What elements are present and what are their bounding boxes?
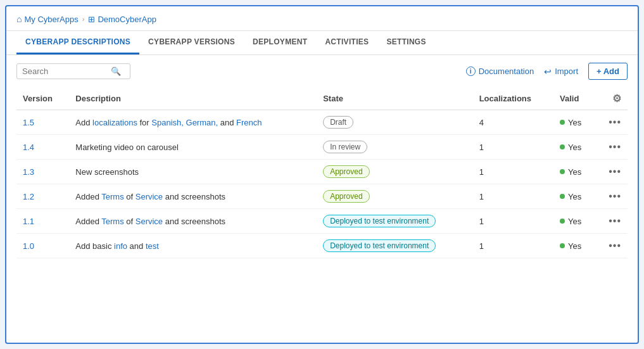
tab-bar: CYBERAPP DESCRIPTIONS CYBERAPP VERSIONS … [6,31,638,55]
import-icon: ↩ [544,67,552,77]
valid-text: Yes [568,192,581,201]
version-link[interactable]: 1.2 [23,192,34,201]
description-text: Marketing video on carousel [75,143,179,152]
version-link[interactable]: 1.5 [23,118,34,127]
cell-more[interactable]: ••• [596,234,628,258]
tab-versions[interactable]: CYBERAPP VERSIONS [139,31,244,54]
cell-version[interactable]: 1.4 [16,135,69,160]
col-localizations: Localizations [473,87,553,110]
state-badge: Deployed to test environment [323,215,436,227]
version-link[interactable]: 1.1 [23,217,34,226]
valid-indicator [560,243,565,248]
more-actions-icon[interactable]: ••• [609,240,621,251]
valid-indicator [560,219,565,224]
cell-state: Draft [317,110,472,135]
description-text: New screenshots [75,167,139,177]
table-row: 1.2 Added Terms of Service and screensho… [16,184,628,209]
search-input[interactable] [22,67,111,76]
cell-version[interactable]: 1.2 [16,184,69,209]
valid-indicator [560,120,565,125]
tab-settings[interactable]: SETTINGS [377,31,434,54]
gear-icon[interactable]: ⚙ [612,93,621,104]
breadcrumb-separator: › [82,15,85,23]
valid-text: Yes [568,167,581,177]
home-icon: ⌂ [16,14,22,24]
breadcrumb-current[interactable]: ⊞ DemoCyberApp [88,15,156,24]
more-actions-icon[interactable]: ••• [609,141,621,152]
cell-valid: Yes [553,209,596,234]
description-text: Add localizations for Spanish, German, a… [75,118,262,127]
description-text: Add basic info and test [75,241,159,251]
toolbar-actions: i Documentation ↩ Import + Add [466,63,628,80]
valid-text: Yes [568,241,581,251]
cell-more[interactable]: ••• [596,110,628,135]
version-link[interactable]: 1.3 [23,167,34,177]
table-header-row: Version Description State Localizations … [16,87,628,110]
cell-localizations: 1 [473,135,553,160]
cell-description: New screenshots [69,160,317,184]
col-state: State [317,87,472,110]
cell-more[interactable]: ••• [596,184,628,209]
version-link[interactable]: 1.4 [23,143,34,152]
add-button[interactable]: + Add [588,63,628,80]
cell-state: In review [317,135,472,160]
import-label: Import [555,67,578,76]
documentation-button[interactable]: i Documentation [466,67,534,76]
state-badge: Approved [323,190,369,203]
cell-localizations: 1 [473,209,553,234]
tab-descriptions[interactable]: CYBERAPP DESCRIPTIONS [16,31,139,54]
breadcrumb-home-label: My CyberApps [24,15,78,24]
cell-valid: Yes [553,110,596,135]
tab-activities[interactable]: ACTIVITIES [316,31,377,54]
cell-version[interactable]: 1.3 [16,160,69,184]
import-button[interactable]: ↩ Import [544,67,578,77]
breadcrumb-home[interactable]: ⌂ My CyberApps [16,14,79,24]
cell-version[interactable]: 1.0 [16,234,69,258]
more-actions-icon[interactable]: ••• [609,117,621,127]
cell-more[interactable]: ••• [596,209,628,234]
more-actions-icon[interactable]: ••• [609,166,621,177]
cell-valid: Yes [553,135,596,160]
table-row: 1.4 Marketing video on carousel In revie… [16,135,628,160]
col-settings: ⚙ [596,87,628,110]
valid-indicator [560,169,565,174]
description-text: Added Terms of Service and screenshots [75,217,225,226]
tab-deployment[interactable]: DEPLOYMENT [244,31,316,54]
cell-description: Added Terms of Service and screenshots [69,209,317,234]
cell-version[interactable]: 1.5 [16,110,69,135]
cell-description: Marketing video on carousel [69,135,317,160]
cell-description: Add localizations for Spanish, German, a… [69,110,317,135]
valid-text: Yes [568,118,581,127]
search-icon[interactable]: 🔍 [111,67,121,76]
cell-more[interactable]: ••• [596,135,628,160]
search-box[interactable]: 🔍 [16,63,130,79]
documentation-label: Documentation [479,67,534,76]
grid-icon: ⊞ [88,15,95,24]
cell-state: Approved [317,184,472,209]
table-wrap: Version Description State Localizations … [6,87,638,269]
more-actions-icon[interactable]: ••• [609,191,621,201]
cell-localizations: 1 [473,160,553,184]
more-actions-icon[interactable]: ••• [609,215,621,226]
state-badge: Approved [323,165,369,178]
cell-state: Deployed to test environment [317,234,472,258]
state-badge: Deployed to test environment [323,239,436,252]
cell-description: Add basic info and test [69,234,317,258]
breadcrumb: ⌂ My CyberApps › ⊞ DemoCyberApp [6,6,638,31]
valid-text: Yes [568,217,581,226]
valid-indicator [560,194,565,199]
version-link[interactable]: 1.0 [23,241,34,251]
cell-more[interactable]: ••• [596,160,628,184]
table-row: 1.0 Add basic info and test Deployed to … [16,234,628,258]
cell-version[interactable]: 1.1 [16,209,69,234]
cell-valid: Yes [553,160,596,184]
cell-description: Added Terms of Service and screenshots [69,184,317,209]
cell-valid: Yes [553,184,596,209]
valid-indicator [560,144,565,149]
cell-localizations: 1 [473,184,553,209]
state-badge: In review [323,141,367,153]
table-row: 1.3 New screenshots Approved 1 Yes ••• [16,160,628,184]
cell-localizations: 1 [473,234,553,258]
description-text: Added Terms of Service and screenshots [75,192,225,201]
state-badge: Draft [323,116,353,129]
